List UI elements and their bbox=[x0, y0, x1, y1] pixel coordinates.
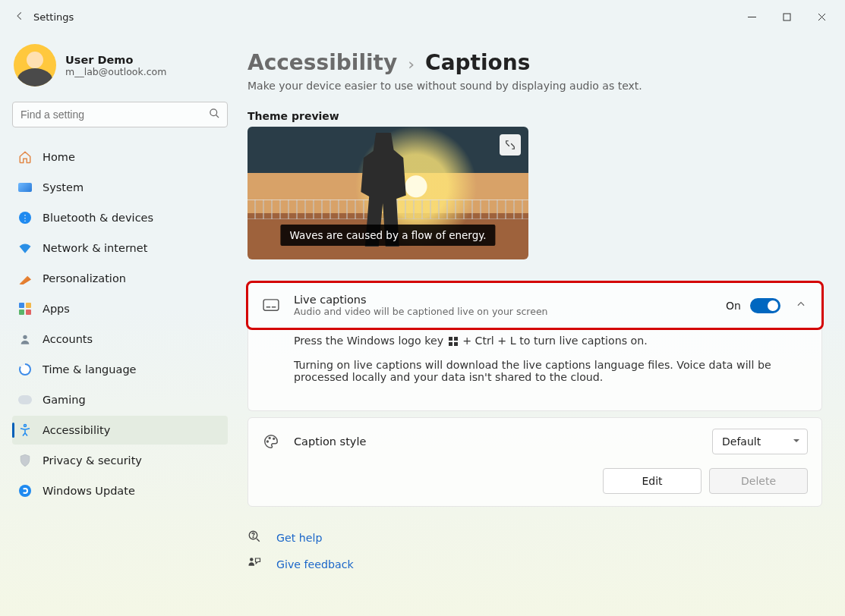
nav-label: Personalization bbox=[43, 272, 126, 284]
brush-icon bbox=[18, 272, 32, 285]
theme-preview[interactable]: Waves are caused by a flow of energy. bbox=[248, 127, 528, 259]
window-title: Settings bbox=[33, 11, 74, 23]
nav-label: Apps bbox=[43, 303, 70, 315]
close-button[interactable] bbox=[804, 5, 839, 29]
get-help-link[interactable]: Get help bbox=[276, 532, 322, 544]
nav-accessibility[interactable]: Accessibility bbox=[12, 416, 228, 445]
nav-network[interactable]: Network & internet bbox=[12, 234, 228, 262]
search-input[interactable] bbox=[12, 102, 228, 127]
svg-point-6 bbox=[269, 438, 270, 439]
nav-label: Network & internet bbox=[43, 242, 147, 254]
nav-label: Windows Update bbox=[43, 485, 135, 497]
nav-time-language[interactable]: Time & language bbox=[12, 355, 228, 384]
caption-style-dropdown[interactable]: Default bbox=[712, 429, 808, 454]
nav-accounts[interactable]: Accounts bbox=[12, 325, 228, 354]
svg-point-5 bbox=[267, 441, 269, 442]
windows-key-icon bbox=[449, 337, 458, 346]
nav-apps[interactable]: Apps bbox=[12, 294, 228, 323]
breadcrumb-parent[interactable]: Accessibility bbox=[248, 50, 397, 75]
avatar bbox=[14, 44, 56, 86]
expand-preview-button[interactable] bbox=[500, 134, 521, 156]
theme-preview-label: Theme preview bbox=[248, 110, 822, 122]
caption-style-card: Caption style Default Edit Delete bbox=[248, 417, 822, 507]
bluetooth-icon: ⋮ bbox=[18, 211, 32, 225]
edit-button[interactable]: Edit bbox=[603, 468, 702, 494]
shield-icon bbox=[18, 454, 32, 467]
live-captions-subtitle: Audio and video will be captioned live o… bbox=[294, 306, 712, 317]
breadcrumb: Accessibility › Captions bbox=[248, 50, 822, 75]
live-captions-title: Live captions bbox=[294, 294, 712, 306]
nav-label: Time & language bbox=[43, 363, 137, 376]
system-icon bbox=[18, 181, 32, 194]
live-captions-header[interactable]: Live captions Audio and video will be ca… bbox=[248, 283, 821, 328]
user-name: User Demo bbox=[65, 54, 166, 66]
help-links: Get help Give feedback bbox=[248, 530, 822, 572]
back-button[interactable] bbox=[6, 11, 33, 24]
accessibility-icon bbox=[18, 423, 32, 437]
svg-point-3 bbox=[24, 425, 27, 427]
maximize-button[interactable] bbox=[769, 5, 804, 29]
toggle-state-label: On bbox=[726, 300, 741, 312]
svg-rect-0 bbox=[784, 14, 790, 20]
nav-label: Gaming bbox=[43, 394, 86, 406]
caption-style-title: Caption style bbox=[294, 435, 698, 448]
main-content: Accessibility › Captions Make your devic… bbox=[237, 33, 845, 616]
feedback-icon bbox=[248, 556, 263, 572]
nav-label: Bluetooth & devices bbox=[43, 212, 153, 224]
page-title: Captions bbox=[425, 50, 530, 75]
nav-label: Accounts bbox=[43, 333, 93, 345]
search-box[interactable] bbox=[12, 102, 228, 127]
page-description: Make your device easier to use without s… bbox=[248, 80, 822, 92]
svg-point-2 bbox=[23, 335, 27, 339]
home-icon bbox=[18, 150, 32, 164]
nav-list: Home System ⋮ Bluetooth & devices Networ… bbox=[12, 143, 228, 505]
profile-block[interactable]: User Demo m__lab@outlook.com bbox=[14, 44, 228, 86]
live-captions-body: Press the Windows logo key + Ctrl + L to… bbox=[248, 328, 822, 411]
live-captions-toggle[interactable] bbox=[750, 298, 780, 313]
user-email: m__lab@outlook.com bbox=[65, 66, 166, 77]
give-feedback-link[interactable]: Give feedback bbox=[276, 558, 354, 570]
live-captions-hint: Press the Windows logo key + Ctrl + L to… bbox=[294, 335, 808, 347]
palette-icon bbox=[262, 433, 280, 450]
nav-label: System bbox=[43, 181, 84, 193]
nav-label: Home bbox=[43, 151, 75, 163]
nav-personalization[interactable]: Personalization bbox=[12, 264, 228, 293]
person-icon bbox=[18, 332, 32, 346]
nav-home[interactable]: Home bbox=[12, 143, 228, 171]
nav-privacy[interactable]: Privacy & security bbox=[12, 446, 228, 475]
chevron-up-icon[interactable] bbox=[794, 299, 808, 312]
sidebar: User Demo m__lab@outlook.com Home System… bbox=[0, 33, 237, 616]
svg-rect-4 bbox=[263, 299, 279, 310]
gamepad-icon bbox=[18, 393, 32, 407]
minimize-button[interactable] bbox=[734, 5, 769, 29]
clock-icon bbox=[18, 363, 32, 376]
svg-point-10 bbox=[250, 558, 254, 561]
live-captions-note: Turning on live captions will download t… bbox=[294, 359, 808, 383]
preview-caption-text: Waves are caused by a flow of energy. bbox=[280, 225, 495, 246]
update-icon bbox=[18, 484, 32, 498]
nav-label: Privacy & security bbox=[43, 454, 142, 467]
search-icon bbox=[209, 108, 220, 121]
svg-point-7 bbox=[273, 438, 275, 439]
chevron-right-icon: › bbox=[408, 55, 415, 74]
wifi-icon bbox=[18, 241, 32, 255]
apps-icon bbox=[18, 302, 32, 316]
delete-button: Delete bbox=[709, 468, 808, 494]
dropdown-value: Default bbox=[722, 435, 761, 448]
nav-label: Accessibility bbox=[43, 424, 110, 436]
nav-gaming[interactable]: Gaming bbox=[12, 385, 228, 414]
help-icon bbox=[248, 530, 263, 545]
captions-icon bbox=[262, 299, 280, 313]
nav-bluetooth[interactable]: ⋮ Bluetooth & devices bbox=[12, 203, 228, 232]
svg-point-1 bbox=[210, 109, 217, 116]
nav-windows-update[interactable]: Windows Update bbox=[12, 476, 228, 505]
title-bar: Settings bbox=[0, 0, 845, 33]
nav-system[interactable]: System bbox=[12, 173, 228, 202]
svg-point-9 bbox=[253, 537, 254, 538]
live-captions-card: Live captions Audio and video will be ca… bbox=[248, 282, 822, 328]
